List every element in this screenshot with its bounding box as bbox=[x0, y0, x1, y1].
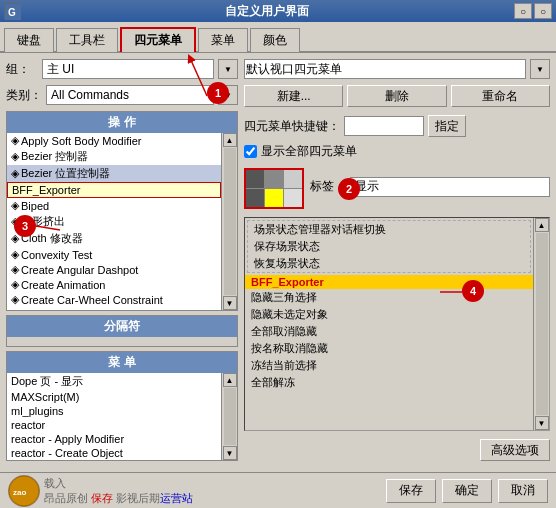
operations-scrollbar[interactable]: ▲ ▼ bbox=[221, 133, 237, 310]
list-item[interactable]: ◈ Create Animation bbox=[7, 277, 221, 292]
category-label: 类别： bbox=[6, 87, 42, 104]
color-cell-5[interactable] bbox=[284, 189, 302, 207]
logo-icon: zao bbox=[8, 475, 40, 507]
quad-menu-select[interactable] bbox=[244, 59, 526, 79]
bottom-buttons: 保存 确定 取消 bbox=[386, 479, 548, 503]
right-list-item-bff[interactable]: BFF_Exporter bbox=[245, 275, 533, 289]
category-dropdown-arrow[interactable]: ▼ bbox=[218, 85, 238, 105]
operations-header: 操 作 bbox=[7, 112, 237, 133]
operations-list[interactable]: ◈ Apply Soft Body Modifier ◈ Bezier 控制器 … bbox=[7, 133, 221, 310]
group-row: 组： ▼ bbox=[6, 59, 238, 79]
menu-list-item[interactable]: Dope 页 - 显示 bbox=[7, 373, 221, 390]
group-label: 组： bbox=[6, 61, 38, 78]
new-button[interactable]: 新建... bbox=[244, 85, 343, 107]
list-item[interactable]: ◈ Bezier 控制器 bbox=[7, 148, 221, 165]
group-input[interactable] bbox=[42, 59, 214, 79]
menu-list-item[interactable]: reactor - Create Object bbox=[7, 446, 221, 460]
tag-label: 标签： bbox=[310, 178, 346, 195]
right-list-item[interactable]: 恢复场景状态 bbox=[248, 255, 530, 272]
scroll-down-arrow[interactable]: ▼ bbox=[535, 416, 549, 430]
tab-bar: 键盘 工具栏 四元菜单 菜单 颜色 bbox=[0, 22, 556, 53]
main-content: 组： ▼ 类别： ▼ 操 作 ◈ Apply Soft Body Modifie… bbox=[0, 53, 556, 467]
operations-list-wrap: ◈ Apply Soft Body Modifier ◈ Bezier 控制器 … bbox=[7, 133, 237, 310]
show-all-label: 显示全部四元菜单 bbox=[261, 143, 357, 160]
right-list-item[interactable]: 全部取消隐藏 bbox=[245, 323, 533, 340]
scroll-down-arrow[interactable]: ▼ bbox=[223, 446, 237, 460]
cancel-button[interactable]: 取消 bbox=[498, 479, 548, 503]
list-item[interactable]: ◈ C 形挤出 bbox=[7, 213, 221, 230]
right-list-item[interactable]: 冻结当前选择 bbox=[245, 357, 533, 374]
scroll-up-arrow[interactable]: ▲ bbox=[535, 218, 549, 232]
menu-list-item[interactable]: reactor bbox=[7, 418, 221, 432]
list-item[interactable]: ◈ Convexity Test bbox=[7, 247, 221, 262]
maximize-button[interactable]: ○ bbox=[534, 3, 552, 19]
advanced-button[interactable]: 高级选项 bbox=[480, 439, 550, 461]
save-button[interactable]: 保存 bbox=[386, 479, 436, 503]
color-cell-0[interactable] bbox=[246, 170, 264, 188]
right-list-wrap: 场景状态管理器对话框切换 保存场景状态 恢复场景状态 BFF_Exporter … bbox=[244, 217, 550, 431]
category-input[interactable] bbox=[46, 85, 214, 105]
right-list-item[interactable]: 隐藏未选定对象 bbox=[245, 306, 533, 323]
menu-panel: 菜 单 Dope 页 - 显示 MAXScript(M) ml_plugins … bbox=[6, 351, 238, 461]
tab-menu[interactable]: 菜单 bbox=[198, 28, 248, 52]
scroll-up-arrow[interactable]: ▲ bbox=[223, 133, 237, 147]
right-list-item[interactable]: 全部解冻 bbox=[245, 374, 533, 391]
list-item[interactable]: ◈ Biped bbox=[7, 198, 221, 213]
list-item[interactable]: ◈ Bezier 位置控制器 bbox=[7, 165, 221, 182]
scroll-thumb[interactable] bbox=[224, 148, 236, 295]
tag-input[interactable] bbox=[350, 177, 550, 197]
quad-menu-dropdown-arrow[interactable]: ▼ bbox=[530, 59, 550, 79]
menu-list-item[interactable]: MAXScript(M) bbox=[7, 390, 221, 404]
right-list-item[interactable]: 按名称取消隐藏 bbox=[245, 340, 533, 357]
delete-button[interactable]: 删除 bbox=[347, 85, 446, 107]
scroll-thumb[interactable] bbox=[224, 388, 236, 445]
list-item[interactable]: ◈ Apply Soft Body Modifier bbox=[7, 133, 221, 148]
menu-list[interactable]: Dope 页 - 显示 MAXScript(M) ml_plugins reac… bbox=[7, 373, 221, 460]
scroll-up-arrow[interactable]: ▲ bbox=[223, 373, 237, 387]
window-controls[interactable]: ○ ○ bbox=[514, 3, 552, 19]
color-cell-4[interactable] bbox=[265, 189, 283, 207]
ok-button[interactable]: 确定 bbox=[442, 479, 492, 503]
right-list-item[interactable]: 场景状态管理器对话框切换 bbox=[248, 221, 530, 238]
group-dropdown-arrow[interactable]: ▼ bbox=[218, 59, 238, 79]
scroll-down-arrow[interactable]: ▼ bbox=[223, 296, 237, 310]
show-all-checkbox[interactable] bbox=[244, 145, 257, 158]
bottom-logo: zao 载入 昂品原创 保存 影视后期运营站 bbox=[8, 475, 193, 507]
right-list-item[interactable]: 隐藏三角选择 bbox=[245, 289, 533, 306]
window-title: 自定义用户界面 bbox=[20, 3, 514, 20]
assign-button[interactable]: 指定 bbox=[428, 115, 466, 137]
menu-list-item[interactable]: reactor - Apply Modifier bbox=[7, 432, 221, 446]
tab-color[interactable]: 颜色 bbox=[250, 28, 300, 52]
list-item[interactable]: ◈ Create Car-Wheel Constraint bbox=[7, 292, 221, 307]
menu-scrollbar[interactable]: ▲ ▼ bbox=[221, 373, 237, 460]
tab-keyboard[interactable]: 键盘 bbox=[4, 28, 54, 52]
rename-button[interactable]: 重命名 bbox=[451, 85, 550, 107]
menu-list-item[interactable]: ml_plugins bbox=[7, 404, 221, 418]
svg-text:zao: zao bbox=[13, 488, 26, 497]
tab-toolbar[interactable]: 工具栏 bbox=[56, 28, 118, 52]
advanced-row: 高级选项 bbox=[244, 439, 550, 461]
title-bar: G 自定义用户界面 ○ ○ bbox=[0, 0, 556, 22]
list-item[interactable]: ◈ Create Cloth Collection bbox=[7, 307, 221, 310]
shortcut-input[interactable] bbox=[344, 116, 424, 136]
right-list[interactable]: 场景状态管理器对话框切换 保存场景状态 恢复场景状态 BFF_Exporter … bbox=[245, 218, 533, 430]
action-buttons: 新建... 删除 重命名 bbox=[244, 85, 550, 107]
right-list-item[interactable]: 保存场景状态 bbox=[248, 238, 530, 255]
list-item-cloth[interactable]: ◈ Cloth 修改器 bbox=[7, 230, 221, 247]
right-dropdown-row: ▼ bbox=[244, 59, 550, 79]
right-list-scrollbar[interactable]: ▲ ▼ bbox=[533, 218, 549, 430]
color-cell-3[interactable] bbox=[246, 189, 264, 207]
bottom-bar: zao 载入 昂品原创 保存 影视后期运营站 保存 确定 取消 bbox=[0, 472, 556, 508]
tag-row: 标签： bbox=[310, 177, 550, 197]
app-icon: G bbox=[4, 3, 20, 19]
left-panel: 组： ▼ 类别： ▼ 操 作 ◈ Apply Soft Body Modifie… bbox=[6, 59, 238, 461]
color-cell-2[interactable] bbox=[284, 170, 302, 188]
list-item[interactable]: ◈ Create Angular Dashpot bbox=[7, 262, 221, 277]
color-cell-1[interactable] bbox=[265, 170, 283, 188]
minimize-button[interactable]: ○ bbox=[514, 3, 532, 19]
tab-quad-menu[interactable]: 四元菜单 bbox=[120, 27, 196, 52]
list-item-bff-exporter[interactable]: BFF_Exporter bbox=[7, 182, 221, 198]
color-grid bbox=[244, 168, 304, 209]
menu-list-wrap: Dope 页 - 显示 MAXScript(M) ml_plugins reac… bbox=[7, 373, 237, 460]
scroll-thumb[interactable] bbox=[536, 233, 548, 415]
